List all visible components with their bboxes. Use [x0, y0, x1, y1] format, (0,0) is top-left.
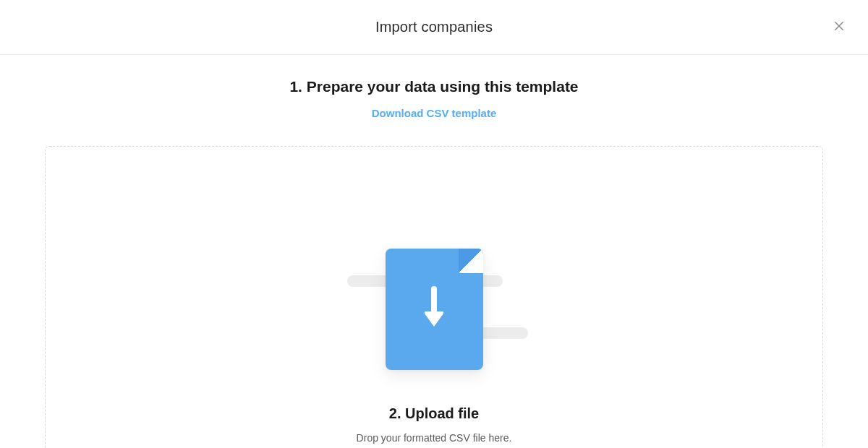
- file-illustration: [336, 241, 532, 378]
- close-button[interactable]: [830, 19, 848, 36]
- download-csv-link[interactable]: Download CSV template: [372, 107, 497, 119]
- close-icon: [833, 20, 846, 35]
- step-one-section: 1. Prepare your data using this template…: [45, 78, 823, 120]
- arrow-down-icon: [422, 285, 446, 334]
- file-dropzone[interactable]: 2. Upload file Drop your formatted CSV f…: [45, 146, 823, 448]
- step-one-title: 1. Prepare your data using this template: [45, 78, 823, 95]
- svg-rect-2: [431, 286, 437, 315]
- modal-header: Import companies: [0, 0, 868, 55]
- modal-title: Import companies: [375, 19, 493, 35]
- step-two-title: 2. Upload file: [389, 405, 479, 422]
- modal-body: 1. Prepare your data using this template…: [0, 55, 868, 448]
- file-icon: [386, 249, 483, 370]
- step-two-subtitle: Drop your formatted CSV file here.: [357, 432, 512, 444]
